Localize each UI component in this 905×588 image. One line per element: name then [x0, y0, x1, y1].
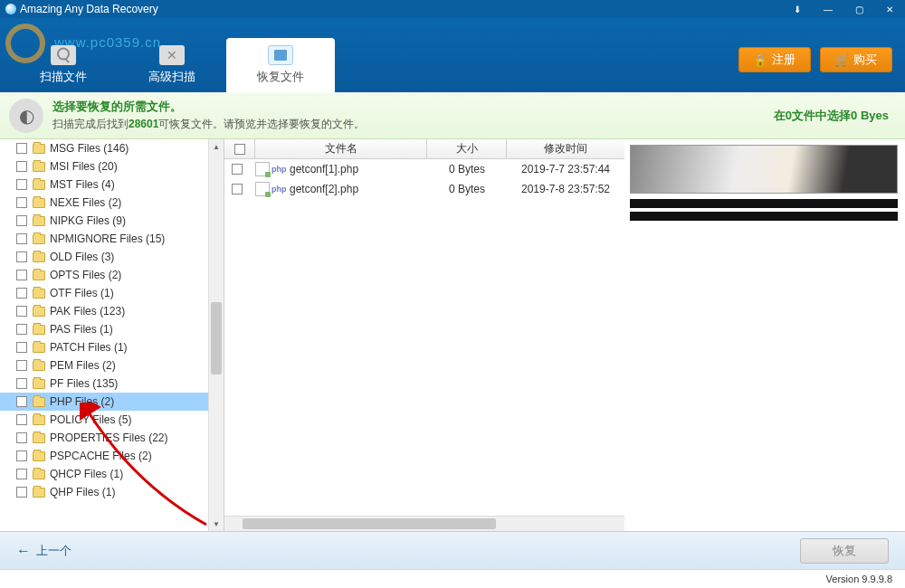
tree-checkbox[interactable] — [16, 143, 27, 154]
folder-icon — [33, 325, 45, 335]
tree-item[interactable]: PROPERTIES Files (22) — [0, 429, 224, 447]
tree-item[interactable]: PSPCACHE Files (2) — [0, 447, 224, 465]
maximize-button[interactable]: ▢ — [843, 0, 874, 18]
scan-icon — [51, 45, 76, 65]
tree-item[interactable]: PAK Files (123) — [0, 302, 224, 320]
tree-item-label: OPTS Files (2) — [50, 269, 121, 281]
tree-item[interactable]: OLD Files (3) — [0, 248, 224, 266]
row-checkbox[interactable] — [232, 164, 243, 175]
column-size[interactable]: 大小 — [427, 139, 507, 158]
footer-bar: ← 上一个 恢复 — [0, 531, 905, 569]
tree-checkbox[interactable] — [16, 378, 27, 389]
file-date: 2019-7-7 23:57:44 — [507, 163, 624, 175]
tree-item[interactable]: PHP Files (2) — [0, 393, 224, 411]
recover-button[interactable]: 恢复 — [800, 538, 889, 564]
preview-image — [630, 145, 898, 194]
folder-icon — [33, 198, 45, 208]
tree-item-label: MSG Files (146) — [50, 142, 129, 155]
tree-item[interactable]: PEM Files (2) — [0, 356, 224, 375]
row-checkbox[interactable] — [232, 184, 243, 194]
file-row[interactable]: phpgetconf[1].php0 Bytes2019-7-7 23:57:4… — [224, 159, 624, 179]
minimize-button[interactable]: — — [813, 0, 843, 18]
info-banner: ◐ 选择要恢复的所需文件。 扫描完成后找到28601可恢复文件。请预览并选择要恢… — [0, 92, 905, 139]
tree-item-label: PEM Files (2) — [50, 359, 116, 372]
tree-item[interactable]: PATCH Files (1) — [0, 338, 224, 356]
register-button[interactable]: 🔒 注册 — [738, 47, 811, 72]
lock-icon: 🔒 — [754, 53, 767, 66]
folder-icon — [33, 451, 45, 461]
tree-item[interactable]: OPTS Files (2) — [0, 266, 224, 284]
version-label: Version 9.9.9.8 — [826, 574, 892, 584]
tab-recover-label: 恢复文件 — [257, 69, 304, 85]
content-h-thumb[interactable] — [243, 518, 496, 529]
download-icon[interactable]: ⬇ — [782, 0, 813, 18]
tree-checkbox[interactable] — [16, 324, 27, 335]
folder-icon — [33, 180, 45, 190]
banner-status-icon: ◐ — [9, 99, 43, 133]
tree-item[interactable]: PAS Files (1) — [0, 320, 224, 338]
tree-item[interactable]: MSI Files (20) — [0, 157, 224, 175]
sidebar-scrollbar[interactable]: ▲ ▼ — [208, 139, 224, 531]
folder-icon — [33, 343, 45, 353]
content-h-scrollbar[interactable] — [224, 516, 624, 531]
tree-checkbox[interactable] — [16, 487, 27, 498]
banner-subtitle: 扫描完成后找到28601可恢复文件。请预览并选择要恢复的文件。 — [52, 117, 365, 132]
register-label: 注册 — [772, 52, 795, 68]
tree-checkbox[interactable] — [16, 396, 27, 407]
back-button[interactable]: ← 上一个 — [16, 543, 71, 559]
tree-item[interactable]: NEXE Files (2) — [0, 194, 224, 212]
tab-advanced[interactable]: 高级扫描 — [118, 38, 226, 92]
close-button[interactable]: ✕ — [874, 0, 905, 18]
tree-checkbox[interactable] — [16, 161, 27, 172]
tree-item[interactable]: POLICY Files (5) — [0, 411, 224, 429]
column-date[interactable]: 修改时间 — [507, 139, 624, 158]
select-all-checkbox[interactable] — [224, 139, 255, 158]
tree-checkbox[interactable] — [16, 432, 27, 443]
folder-icon — [33, 379, 45, 389]
tree-checkbox[interactable] — [16, 450, 27, 461]
scroll-down-icon[interactable]: ▼ — [209, 517, 224, 531]
tree-checkbox[interactable] — [16, 233, 27, 244]
file-date: 2019-7-8 23:57:52 — [507, 183, 624, 195]
arrow-left-icon: ← — [16, 543, 31, 559]
status-bar: Version 9.9.9.8 — [0, 569, 905, 588]
tree-checkbox[interactable] — [16, 360, 27, 371]
tree-item[interactable]: OTF Files (1) — [0, 284, 224, 302]
tree-checkbox[interactable] — [16, 215, 27, 226]
folder-icon — [33, 361, 45, 371]
tree-item-label: MSI Files (20) — [50, 160, 118, 173]
tree-item[interactable]: MSG Files (146) — [0, 139, 224, 157]
tree-checkbox[interactable] — [16, 251, 27, 262]
tree-checkbox[interactable] — [16, 288, 27, 299]
tree-item-label: MST Files (4) — [50, 178, 115, 191]
tree-item[interactable]: NIPKG Files (9) — [0, 212, 224, 230]
tree-checkbox[interactable] — [16, 270, 27, 280]
tree-item[interactable]: QHCP Files (1) — [0, 465, 224, 483]
banner-selection-status: 在0文件中选择0 Byes — [774, 108, 889, 124]
tab-recover[interactable]: 恢复文件 — [226, 38, 335, 92]
cart-icon: 🛒 — [835, 53, 848, 66]
tree-checkbox[interactable] — [16, 414, 27, 425]
tree-checkbox[interactable] — [16, 342, 27, 353]
tree-item[interactable]: NPMIGNORE Files (15) — [0, 230, 224, 248]
back-label: 上一个 — [36, 543, 71, 559]
file-row[interactable]: phpgetconf[2].php0 Bytes2019-7-8 23:57:5… — [224, 179, 624, 199]
folder-icon — [33, 216, 45, 226]
tree-item-label: PF Files (135) — [50, 377, 118, 390]
tree-item[interactable]: PF Files (135) — [0, 375, 224, 393]
file-rows: phpgetconf[1].php0 Bytes2019-7-7 23:57:4… — [224, 159, 624, 516]
tree-item[interactable]: MST Files (4) — [0, 175, 224, 194]
folder-icon — [33, 289, 45, 299]
tree-checkbox[interactable] — [16, 197, 27, 208]
tab-bar: 扫描文件 高级扫描 恢复文件 — [9, 18, 335, 92]
tree-checkbox[interactable] — [16, 469, 27, 479]
scroll-up-icon[interactable]: ▲ — [209, 139, 224, 154]
tab-scan[interactable]: 扫描文件 — [9, 38, 118, 92]
column-name[interactable]: 文件名 — [255, 139, 427, 158]
buy-button[interactable]: 🛒 购买 — [820, 47, 892, 72]
tree-checkbox[interactable] — [16, 179, 27, 190]
tree-item[interactable]: QHP Files (1) — [0, 483, 224, 501]
tab-advanced-label: 高级扫描 — [148, 69, 195, 85]
tree-checkbox[interactable] — [16, 306, 27, 317]
sidebar-scroll-thumb[interactable] — [211, 302, 222, 375]
